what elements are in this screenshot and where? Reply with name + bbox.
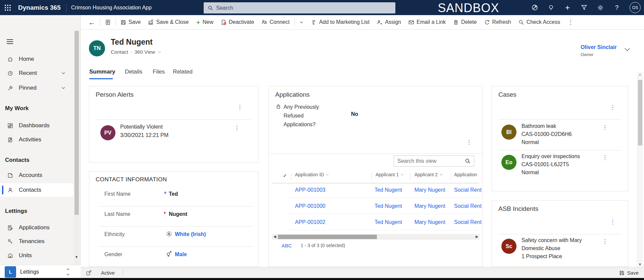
column-header-applicant-1[interactable]: Applicant 1	[376, 172, 404, 177]
card-commands-icon[interactable]: ⋮	[466, 139, 472, 145]
header-collapse-chevron[interactable]	[623, 45, 632, 54]
building-icon	[7, 253, 13, 259]
app-launcher-waffle-icon[interactable]	[5, 5, 11, 11]
email-a-link-button[interactable]: Email a Link	[405, 15, 449, 29]
sidebar-item-accounts[interactable]: Accounts	[0, 169, 73, 182]
user-avatar[interactable]: OS	[630, 2, 641, 13]
incident-title[interactable]: Safety concern with Mary	[522, 237, 582, 243]
grid-search-input[interactable]: Search this view	[394, 155, 474, 167]
save-and-close-button[interactable]: Save & Close	[144, 15, 192, 29]
sidebar-item-units[interactable]: Units	[0, 249, 73, 262]
scrollbar-thumb[interactable]	[638, 80, 642, 145]
field-value-last-name[interactable]: Nugent	[169, 211, 187, 217]
card-commands-icon[interactable]: ⋮	[237, 104, 243, 110]
tab-files[interactable]: Files	[153, 68, 165, 75]
alert-title[interactable]: Potentially Violent	[120, 124, 163, 130]
case-title[interactable]: Bathroom leak	[522, 123, 556, 129]
app-name[interactable]: Crimson Housing Association App	[71, 5, 152, 11]
item-commands-icon[interactable]: ⋮	[602, 239, 608, 244]
sidebar-item-tenancies[interactable]: Tenancies	[0, 235, 73, 248]
column-header-application-type[interactable]: Application	[454, 172, 483, 177]
form-switcher-button[interactable]	[101, 15, 114, 29]
chevron-down-icon[interactable]	[157, 50, 161, 54]
help-icon[interactable]: ?	[613, 4, 621, 11]
scrollbar-up-arrow[interactable]: ▲	[638, 73, 642, 76]
lightbulb-icon[interactable]	[547, 4, 555, 11]
grid-link-applicant2[interactable]: Mary Nugent	[414, 219, 445, 225]
assign-button[interactable]: Assign	[373, 15, 405, 29]
refresh-button[interactable]: Refresh	[481, 15, 515, 29]
recommended-marker: +	[164, 190, 167, 195]
scrollbar-thumb[interactable]	[278, 235, 377, 239]
save-button[interactable]: Save	[117, 15, 144, 29]
quick-create-plus-icon[interactable]: +	[564, 4, 571, 11]
main-scrollbar[interactable]: ▲ ▼	[637, 72, 643, 267]
connect-dropdown-chevron[interactable]	[296, 15, 307, 29]
scrollbar-down-arrow[interactable]: ▼	[638, 263, 642, 266]
grid-link-application-type[interactable]: Social Rent	[454, 219, 483, 225]
hamburger-menu-icon[interactable]	[7, 39, 13, 45]
grid-link-applicant1[interactable]: Ted Nugent	[375, 219, 402, 225]
item-commands-icon[interactable]: ⋮	[234, 125, 240, 131]
chevron-down-icon[interactable]	[61, 71, 66, 76]
tab-details[interactable]: Details	[125, 68, 142, 75]
popout-icon[interactable]	[86, 270, 92, 276]
settings-gear-icon[interactable]	[597, 4, 604, 11]
global-search-input[interactable]: Search	[204, 2, 395, 13]
grid-link-application-type[interactable]: Social Rent	[454, 187, 483, 193]
owner-link[interactable]: Oliver Sinclair	[581, 44, 617, 50]
sidebar-item-home[interactable]: Home	[0, 53, 73, 65]
chevron-down-icon[interactable]	[61, 86, 66, 90]
tab-summary[interactable]: Summary	[89, 68, 115, 75]
field-value-ethnicity[interactable]: White (Irish)	[175, 231, 206, 237]
footer-save-button[interactable]: Save	[619, 270, 639, 276]
filter-funnel-icon[interactable]	[580, 4, 588, 11]
grid-link-applicant1[interactable]: Ted Nugent	[375, 203, 402, 209]
card-commands-icon[interactable]: ⋮	[610, 104, 615, 110]
sidebar-item-contacts[interactable]: Contacts	[0, 183, 73, 197]
new-button[interactable]: + New	[192, 15, 217, 29]
select-all-check-icon[interactable]: ✓	[283, 173, 287, 179]
grid-link-application-id[interactable]: APP-001000	[295, 203, 326, 209]
grid-link-application-id[interactable]: APP-001003	[295, 187, 326, 193]
delete-button[interactable]: Delete	[449, 15, 480, 29]
jump-bar-link[interactable]: ABC	[282, 243, 292, 248]
check-access-button[interactable]: Check Access	[515, 15, 564, 29]
case-title[interactable]: Enquiry over inspections	[522, 153, 580, 159]
sidebar-item-recent[interactable]: Recent	[0, 67, 73, 80]
connect-button[interactable]: Connect	[258, 15, 293, 29]
add-to-marketing-list-button[interactable]: Add to Marketing List	[307, 15, 373, 29]
sidebar-item-dashboards[interactable]: Dashboards	[0, 119, 73, 132]
field-value-gender[interactable]: Male	[175, 251, 187, 258]
deactivate-button[interactable]: Deactivate	[217, 15, 258, 29]
sidebar-item-activities[interactable]: Activities	[0, 133, 73, 146]
sidebar-scrollbar-thumb[interactable]	[75, 31, 79, 215]
grid-link-applicant1[interactable]: Ted Nugent	[375, 187, 402, 193]
brand-title[interactable]: Dynamics 365	[18, 4, 61, 11]
scroll-right-arrow[interactable]: ▶	[476, 235, 478, 238]
area-switcher[interactable]: L Lettings	[0, 265, 81, 278]
form-view-selector[interactable]: 360 View	[135, 49, 155, 55]
item-commands-icon[interactable]: ⋮	[602, 155, 608, 160]
scrollbar-down-arrow[interactable]: ▼	[75, 255, 78, 259]
grid-link-application-id[interactable]: APP-001002	[295, 219, 326, 225]
grid-link-application-type[interactable]: Social Rent	[454, 203, 483, 209]
item-commands-icon[interactable]: ⋮	[602, 125, 608, 130]
task-checker-icon[interactable]	[531, 4, 538, 11]
sidebar-item-applications[interactable]: Applications	[0, 221, 73, 234]
grid-link-applicant2[interactable]: Mary Nugent	[414, 203, 445, 209]
grid-horizontal-scrollbar[interactable]: ◀ ▶	[272, 234, 480, 240]
grid-link-applicant2[interactable]: Mary Nugent	[414, 187, 445, 193]
back-button[interactable]: ←	[85, 15, 99, 29]
column-header-application-id[interactable]: Application ID	[295, 172, 329, 177]
card-commands-icon[interactable]: ⋮	[610, 219, 615, 225]
sidebar-item-pinned[interactable]: Pinned	[0, 82, 73, 94]
topbar-divider	[66, 4, 66, 12]
command-overflow-button[interactable]: ⋮	[564, 15, 577, 29]
owner-label: Owner	[581, 52, 593, 57]
column-header-applicant-2[interactable]: Applicant 2	[414, 172, 443, 177]
scroll-left-arrow[interactable]: ◀	[274, 235, 276, 238]
field-value-first-name[interactable]: Ted	[169, 191, 178, 197]
tab-related[interactable]: Related	[173, 68, 193, 75]
sidebar-scrollbar[interactable]: ▼	[74, 30, 80, 280]
